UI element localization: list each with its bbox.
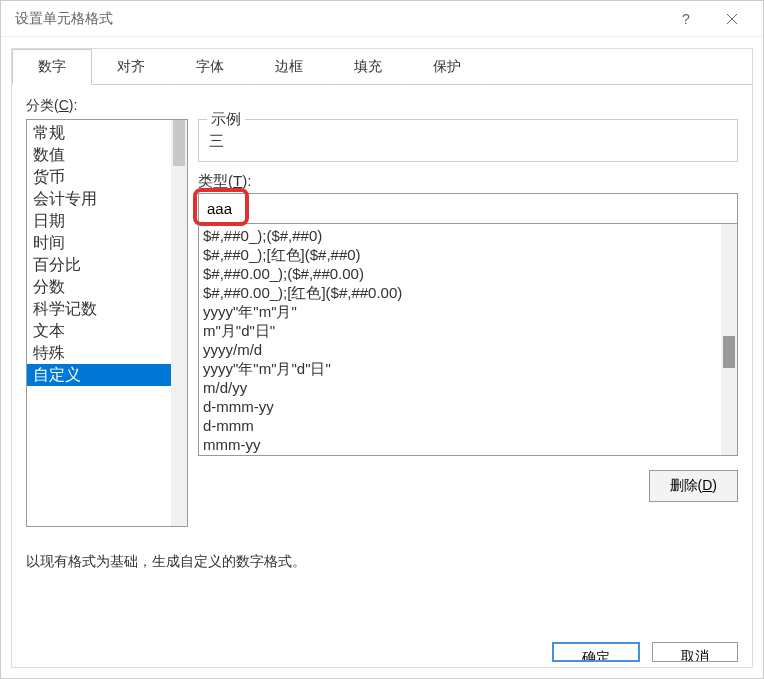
help-button[interactable]: ? <box>663 4 709 34</box>
example-label: 示例 <box>207 110 245 129</box>
category-item-currency[interactable]: 货币 <box>27 166 187 188</box>
category-item-time[interactable]: 时间 <box>27 232 187 254</box>
type-input-wrap <box>198 193 738 224</box>
tab-label: 保护 <box>433 58 461 74</box>
format-item[interactable]: d-mmm-yy <box>203 397 733 416</box>
ok-button[interactable]: 确定 <box>552 642 640 662</box>
example-value: 三 <box>209 126 727 151</box>
tab-alignment[interactable]: 对齐 <box>91 49 171 85</box>
tab-spacer <box>486 49 752 85</box>
format-item[interactable]: $#,##0_);[红色]($#,##0) <box>203 245 733 264</box>
format-items: $#,##0_);($#,##0) $#,##0_);[红色]($#,##0) … <box>199 224 737 456</box>
category-label: 分类(C): <box>26 97 738 115</box>
tab-fill[interactable]: 填充 <box>328 49 408 85</box>
format-item[interactable]: $#,##0_);($#,##0) <box>203 226 733 245</box>
hint-text: 以现有格式为基础，生成自定义的数字格式。 <box>26 553 738 571</box>
tab-label: 填充 <box>354 58 382 74</box>
tab-label: 数字 <box>38 58 66 74</box>
format-item[interactable]: yyyy"年"m"月" <box>203 302 733 321</box>
tab-number[interactable]: 数字 <box>12 49 92 85</box>
category-item-date[interactable]: 日期 <box>27 210 187 232</box>
number-tab-content: 分类(C): 常规 数值 货币 会计专用 日期 时间 百分比 分数 科学记数 文… <box>12 85 752 667</box>
format-item[interactable]: $#,##0.00_);[红色]($#,##0.00) <box>203 283 733 302</box>
format-scrollbar[interactable] <box>721 224 737 455</box>
category-item-custom[interactable]: 自定义 <box>27 364 187 386</box>
main-area: 常规 数值 货币 会计专用 日期 时间 百分比 分数 科学记数 文本 特殊 自定… <box>26 119 738 527</box>
tab-label: 边框 <box>275 58 303 74</box>
example-box: 示例 三 <box>198 119 738 162</box>
category-item-scientific[interactable]: 科学记数 <box>27 298 187 320</box>
category-items: 常规 数值 货币 会计专用 日期 时间 百分比 分数 科学记数 文本 特殊 自定… <box>27 120 187 388</box>
tab-border[interactable]: 边框 <box>249 49 329 85</box>
tab-bar: 数字 对齐 字体 边框 填充 保护 <box>12 49 752 85</box>
delete-button[interactable]: 删除(D) <box>649 470 738 502</box>
titlebar-controls: ? <box>663 4 755 34</box>
format-cells-dialog: 设置单元格格式 ? 数字 对齐 字体 边框 填充 保护 分类(C): <box>0 0 764 679</box>
category-item-special[interactable]: 特殊 <box>27 342 187 364</box>
format-listbox[interactable]: $#,##0_);($#,##0) $#,##0_);[红色]($#,##0) … <box>198 224 738 456</box>
details-pane: 示例 三 类型(T): $#,##0_);($#,##0) $#,##0_);[… <box>198 119 738 527</box>
delete-row: 删除(D) <box>198 470 738 502</box>
format-item[interactable]: yyyy/m/d <box>203 340 733 359</box>
category-scrollbar[interactable] <box>171 120 187 526</box>
category-item-number[interactable]: 数值 <box>27 144 187 166</box>
scrollbar-thumb[interactable] <box>173 120 185 166</box>
tab-label: 字体 <box>196 58 224 74</box>
format-item[interactable]: m"月"d"日" <box>203 321 733 340</box>
type-label: 类型(T): <box>198 172 738 191</box>
category-item-general[interactable]: 常规 <box>27 122 187 144</box>
format-item[interactable]: mmm-yy <box>203 435 733 454</box>
tab-protection[interactable]: 保护 <box>407 49 487 85</box>
dialog-title: 设置单元格格式 <box>15 10 663 28</box>
type-input[interactable] <box>198 193 738 224</box>
dialog-buttons: 确定 取消 <box>552 642 738 662</box>
format-item[interactable]: $#,##0.00_);($#,##0.00) <box>203 264 733 283</box>
dialog-body: 数字 对齐 字体 边框 填充 保护 分类(C): 常规 数值 货币 会计专用 日… <box>11 48 753 668</box>
scrollbar-thumb[interactable] <box>723 336 735 368</box>
tab-font[interactable]: 字体 <box>170 49 250 85</box>
close-icon <box>726 13 738 25</box>
close-button[interactable] <box>709 4 755 34</box>
cancel-button[interactable]: 取消 <box>652 642 738 662</box>
category-item-text[interactable]: 文本 <box>27 320 187 342</box>
titlebar: 设置单元格格式 ? <box>1 1 763 37</box>
category-item-fraction[interactable]: 分数 <box>27 276 187 298</box>
category-listbox[interactable]: 常规 数值 货币 会计专用 日期 时间 百分比 分数 科学记数 文本 特殊 自定… <box>26 119 188 527</box>
help-icon: ? <box>682 11 690 27</box>
category-item-percentage[interactable]: 百分比 <box>27 254 187 276</box>
format-item[interactable]: d-mmm <box>203 416 733 435</box>
category-item-accounting[interactable]: 会计专用 <box>27 188 187 210</box>
format-item[interactable]: yyyy"年"m"月"d"日" <box>203 359 733 378</box>
format-item[interactable]: m/d/yy <box>203 378 733 397</box>
tab-label: 对齐 <box>117 58 145 74</box>
